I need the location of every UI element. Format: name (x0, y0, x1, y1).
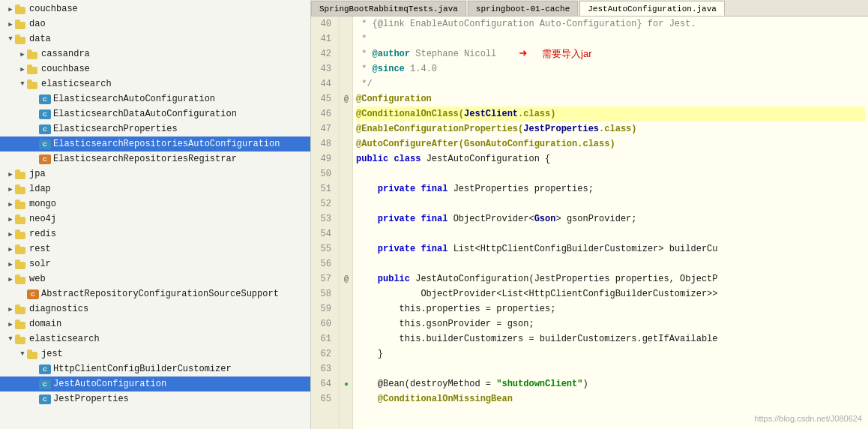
tree-item-ElasticsearchDataAutoConfiguration[interactable]: CElasticsearchDataAutoConfiguration (0, 106, 310, 122)
editor-tab[interactable]: SpringBootRabbitmqTests.java (311, 1, 466, 16)
tree-label: ElasticsearchAutoConfiguration (53, 94, 215, 104)
class-icon: C (39, 394, 51, 404)
tree-item-mongo[interactable]: mongo (0, 196, 310, 212)
class-icon: C (39, 380, 51, 389)
tree-label: ElasticsearchRepositoriesAutoConfigurati… (53, 139, 280, 149)
tree-label: dao (29, 19, 46, 29)
code-line: private final JestProperties properties; (356, 182, 865, 196)
code-line: this.properties = properties; (356, 302, 865, 316)
code-content: * {@link EnableAutoConfiguration Auto-Co… (353, 16, 868, 429)
line-number: 50 (311, 166, 334, 182)
tree-item-jpa[interactable]: jpa (0, 166, 310, 182)
gutter-marker: @ (340, 92, 353, 106)
folder-icon (15, 304, 27, 314)
tree-label: cassandra (41, 49, 90, 59)
code-line: @Bean(destroyMethod = "shutdownClient") (356, 376, 865, 392)
tree-item-ElasticsearchRepositoriesAutoConfiguration[interactable]: CElasticsearchRepositoriesAutoConfigurat… (0, 136, 310, 152)
tree-item-elasticsearch[interactable]: elasticsearch (0, 76, 310, 92)
tree-label: web (29, 274, 46, 284)
gutter-marker (340, 196, 353, 212)
red-arrow: ➜ (519, 46, 527, 62)
tree-arrow (6, 305, 15, 314)
line-gutter: @@● (340, 16, 353, 429)
tree-label: JestAutoConfiguration (53, 379, 166, 389)
tree-item-rest[interactable]: rest (0, 242, 310, 256)
folder-icon (15, 320, 27, 329)
folder-icon (15, 244, 27, 254)
tree-item-redis[interactable]: redis (0, 226, 310, 242)
editor-tabs[interactable]: SpringBootRabbitmqTests.javaspringboot-0… (311, 0, 868, 16)
code-line: * {@link EnableAutoConfiguration Auto-Co… (356, 16, 865, 32)
tree-arrow (18, 80, 27, 88)
tree-label: elasticsearch (41, 79, 112, 89)
folder-icon (15, 4, 27, 14)
line-number: 43 (311, 62, 334, 76)
code-line (356, 256, 865, 272)
class-icon: C (39, 364, 51, 374)
gutter-marker (340, 62, 353, 76)
tree-item-HttpClientConfigBuilderCustomizer[interactable]: CHttpClientConfigBuilderCustomizer (0, 362, 310, 376)
tree-item-AbstractRepositoryConfigurationSourceSupport[interactable]: CAbstractRepositoryConfigurationSourceSu… (0, 286, 310, 302)
tree-arrow (18, 350, 27, 358)
editor-tab[interactable]: JestAutoConfiguration.java (579, 1, 725, 16)
tree-arrow (6, 5, 15, 14)
line-number: 55 (311, 242, 334, 256)
folder-icon (27, 50, 39, 59)
line-number: 59 (311, 302, 334, 316)
tree-label: jest (41, 349, 63, 359)
line-number: 62 (311, 346, 334, 362)
code-line (356, 362, 865, 376)
class-icon: C (39, 154, 51, 164)
folder-icon (15, 230, 27, 239)
folder-icon (15, 214, 27, 224)
gutter-marker (340, 302, 353, 316)
tree-arrow (6, 170, 15, 178)
code-line: @Configuration (356, 92, 865, 106)
tree-label: rest (29, 244, 51, 254)
tree-item-diagnostics[interactable]: diagnostics (0, 302, 310, 316)
gutter-marker (340, 122, 353, 136)
tree-item-solr[interactable]: solr (0, 256, 310, 272)
tree-label: elasticsearch (29, 334, 100, 344)
tree-item-dao[interactable]: dao (0, 16, 310, 32)
tree-arrow (6, 20, 15, 28)
line-number: 45 (311, 92, 334, 106)
code-line: */ (356, 76, 865, 92)
tree-label: domain (29, 319, 61, 329)
tree-label: JestProperties (53, 394, 129, 404)
tree-item-ElasticsearchRepositoriesRegistrar[interactable]: CElasticsearchRepositoriesRegistrar (0, 152, 310, 166)
tree-arrow (6, 215, 15, 224)
tree-item-web[interactable]: web (0, 272, 310, 286)
tree-item-ElasticsearchProperties[interactable]: CElasticsearchProperties (0, 122, 310, 136)
file-tree[interactable]: couchbasedaodatacassandracouchbaseelasti… (0, 0, 311, 429)
tree-item-couchbase[interactable]: couchbase (0, 2, 310, 16)
line-number: 58 (311, 286, 334, 302)
gutter-marker (340, 286, 353, 302)
editor-tab[interactable]: springboot-01-cache (468, 1, 578, 16)
tree-item-JestProperties[interactable]: CJestProperties (0, 392, 310, 406)
tree-item-elasticsearch2[interactable]: elasticsearch (0, 332, 310, 346)
line-number: 49 (311, 152, 334, 166)
gutter-marker (340, 16, 353, 32)
tree-item-jest[interactable]: jest (0, 346, 310, 362)
code-line: @ConditionalOnMissingBean (356, 392, 865, 406)
tree-label: ElasticsearchDataAutoConfiguration (53, 109, 237, 119)
gutter-marker (340, 136, 353, 152)
tree-item-cassandra[interactable]: cassandra (0, 46, 310, 62)
code-line: private final List<HttpClientConfigBuild… (356, 242, 865, 256)
tree-item-couchbase2[interactable]: couchbase (0, 62, 310, 76)
line-number: 61 (311, 332, 334, 346)
tree-item-domain[interactable]: domain (0, 316, 310, 332)
folder-icon (15, 20, 27, 29)
gutter-marker (340, 362, 353, 376)
folder-icon (15, 34, 27, 44)
line-number: 64 (311, 376, 334, 392)
tree-item-ElasticsearchAutoConfiguration[interactable]: CElasticsearchAutoConfiguration (0, 92, 310, 106)
gutter-marker (340, 316, 353, 332)
tree-item-JestAutoConfiguration[interactable]: CJestAutoConfiguration (0, 376, 310, 392)
tree-arrow (6, 320, 15, 328)
tree-label: ldap (29, 184, 51, 194)
tree-item-data[interactable]: data (0, 32, 310, 46)
tree-item-neo4j[interactable]: neo4j (0, 212, 310, 226)
tree-item-ldap[interactable]: ldap (0, 182, 310, 196)
